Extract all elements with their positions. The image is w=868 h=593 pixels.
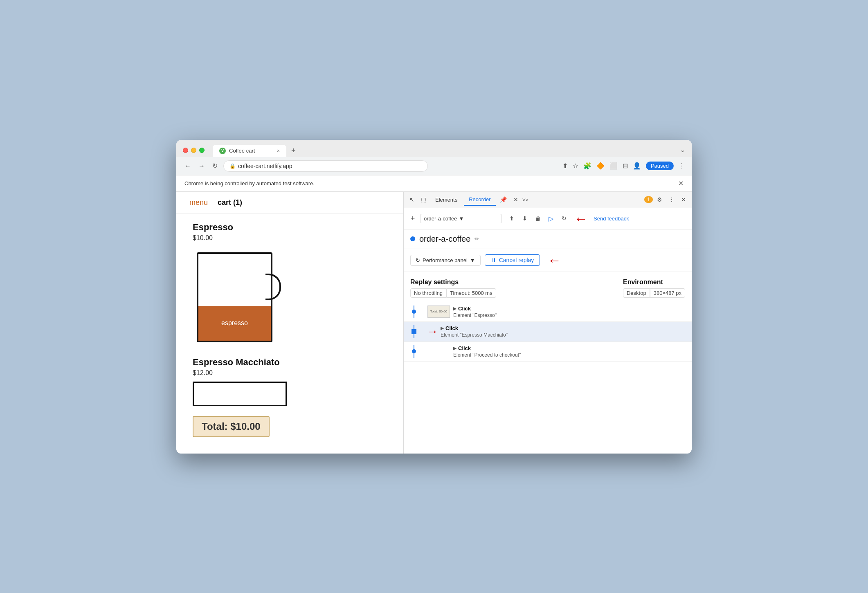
step-arrow-container: → bbox=[424, 325, 441, 338]
close-button[interactable] bbox=[183, 148, 188, 153]
new-tab-button[interactable]: + bbox=[286, 144, 301, 157]
step-action-2: ▶ Click bbox=[441, 325, 688, 331]
product2-name: Espresso Macchiato bbox=[193, 357, 387, 368]
devtools-tabs: ↖ ⬚ Elements Recorder 📌 ✕ >> 1 ⚙ ⋮ ✕ bbox=[404, 192, 692, 208]
tab-elements[interactable]: Elements bbox=[430, 194, 462, 205]
step-timeline-3 bbox=[404, 345, 424, 358]
url-text: coffee-cart.netlify.app bbox=[238, 163, 292, 169]
url-field[interactable]: 🔒 coffee-cart.netlify.app bbox=[223, 160, 428, 172]
product2-price: $12.00 bbox=[193, 369, 387, 377]
annotation-arrow-1: ← bbox=[574, 211, 588, 227]
recording-header: order-a-coffee ✏ bbox=[404, 229, 692, 249]
profile-icon[interactable]: 🔶 bbox=[596, 162, 605, 170]
split-icon[interactable]: ⊟ bbox=[623, 162, 628, 170]
step-element-2: Element "Espresso Macchiato" bbox=[441, 332, 688, 338]
edit-title-btn[interactable]: ✏ bbox=[474, 236, 479, 242]
product1-name: Espresso bbox=[193, 222, 387, 233]
title-bar: V Coffee cart × + ⌄ bbox=[176, 140, 692, 157]
send-feedback-link[interactable]: Send feedback bbox=[594, 216, 629, 222]
delete-btn[interactable]: 🗑 bbox=[532, 213, 544, 224]
cancel-replay-label: Cancel replay bbox=[499, 257, 534, 263]
automation-text: Chrome is being controlled by automated … bbox=[184, 180, 315, 186]
environment-title: Environment bbox=[623, 279, 685, 286]
tab-close-button[interactable]: × bbox=[277, 148, 280, 154]
recording-selector[interactable]: order-a-coffee ▼ bbox=[420, 214, 502, 223]
step-item-highlighted: → ▶ Click Element "Espresso Macchiato" bbox=[404, 322, 692, 342]
recorder-action-icons: ⬆ ⬇ 🗑 ▷ ↻ bbox=[506, 213, 570, 224]
replay-settings-section: Replay settings No throttling Timeout: 5… bbox=[410, 279, 496, 298]
step-thumbnail-1: Total: $0.00 bbox=[427, 305, 450, 318]
annotation-arrow-2: ← bbox=[547, 252, 561, 268]
browser-window: V Coffee cart × + ⌄ ← → ↻ 🔒 coffee-cart.… bbox=[176, 140, 692, 454]
paused-badge: Paused bbox=[646, 162, 674, 170]
more-options-icon[interactable]: ⋮ bbox=[666, 195, 677, 204]
coffee-cup: espresso bbox=[193, 248, 287, 350]
step-item: Total: $0.00 ▶ Click Element "Espresso" bbox=[404, 302, 692, 322]
maximize-button[interactable] bbox=[199, 148, 205, 153]
step-action-3: ▶ Click bbox=[453, 345, 688, 351]
more-tabs-btn[interactable]: >> bbox=[522, 197, 528, 203]
website-panel: menu cart (1) Espresso $10.00 espresso bbox=[176, 192, 403, 454]
menu-link[interactable]: menu bbox=[189, 198, 208, 207]
share-icon[interactable]: ⬆ bbox=[562, 162, 568, 170]
settings-values: No throttling Timeout: 5000 ms bbox=[410, 288, 496, 298]
forward-button[interactable]: → bbox=[197, 162, 207, 171]
site-body: Espresso $10.00 espresso Espresso Macchi bbox=[176, 214, 403, 445]
cancel-replay-btn[interactable]: ⏸ Cancel replay bbox=[485, 254, 540, 266]
site-nav: menu cart (1) bbox=[176, 192, 403, 214]
step-action-1: ▶ Click bbox=[453, 305, 688, 312]
tab-title: Coffee cart bbox=[229, 148, 274, 154]
cast-icon[interactable]: ⬜ bbox=[609, 162, 618, 170]
cup-label: espresso bbox=[221, 319, 248, 327]
perf-panel-label: Performance panel bbox=[423, 257, 468, 263]
extensions-icon[interactable]: 🧩 bbox=[583, 162, 591, 170]
selector-chevron: ▼ bbox=[459, 216, 464, 222]
tab-favicon: V bbox=[219, 148, 226, 154]
traffic-lights bbox=[183, 148, 205, 153]
step-content-1: ▶ Click Element "Espresso" bbox=[453, 305, 692, 318]
cancel-replay-row: ↻ Performance panel ▼ ⏸ Cancel replay ← bbox=[404, 249, 692, 272]
add-recording-btn[interactable]: + bbox=[408, 213, 418, 223]
security-icon: 🔒 bbox=[229, 163, 236, 169]
pin-icon: 📌 bbox=[497, 195, 509, 204]
banner-close[interactable]: ✕ bbox=[678, 180, 684, 187]
address-bar: ← → ↻ 🔒 coffee-cart.netlify.app ⬆ ☆ 🧩 🔶 … bbox=[176, 157, 692, 175]
step-item-3: ▶ Click Element "Proceed to checkout" bbox=[404, 342, 692, 362]
devtools-panel: ↖ ⬚ Elements Recorder 📌 ✕ >> 1 ⚙ ⋮ ✕ + o… bbox=[403, 192, 692, 454]
user-avatar[interactable]: 👤 bbox=[633, 162, 641, 170]
import-btn[interactable]: ⬇ bbox=[519, 213, 531, 224]
step-timeline-2 bbox=[404, 325, 424, 338]
bookmark-icon[interactable]: ☆ bbox=[573, 162, 578, 170]
export-btn[interactable]: ⬆ bbox=[506, 213, 517, 224]
tab-recorder[interactable]: Recorder bbox=[464, 194, 495, 206]
step-timeline-1 bbox=[404, 305, 424, 318]
close-devtools-btn[interactable]: ✕ bbox=[679, 195, 688, 204]
tabs-bar: V Coffee cart × + ⌄ bbox=[213, 144, 685, 157]
tab-menu-button[interactable]: ⌄ bbox=[680, 146, 685, 157]
perf-icon: ↻ bbox=[416, 257, 420, 263]
menu-dots[interactable]: ⋮ bbox=[679, 162, 685, 170]
performance-panel-btn[interactable]: ↻ Performance panel ▼ bbox=[410, 255, 481, 266]
step-content-3: ▶ Click Element "Proceed to checkout" bbox=[453, 345, 692, 358]
recorder-toolbar: + order-a-coffee ▼ ⬆ ⬇ 🗑 ▷ ↻ ← Send feed… bbox=[404, 208, 692, 229]
cart-link[interactable]: cart (1) bbox=[218, 198, 242, 207]
select-tool-btn[interactable]: ↖ bbox=[407, 195, 417, 204]
inspect-btn[interactable]: ⬚ bbox=[418, 195, 429, 204]
minimize-button[interactable] bbox=[191, 148, 196, 153]
back-button[interactable]: ← bbox=[183, 162, 193, 171]
annotation-arrow-3: → bbox=[427, 325, 438, 338]
browser-tab[interactable]: V Coffee cart × bbox=[213, 145, 286, 157]
timeout-value: Timeout: 5000 ms bbox=[446, 288, 496, 298]
settings-icon[interactable]: ⚙ bbox=[654, 195, 665, 204]
close-recorder-btn[interactable]: ✕ bbox=[511, 195, 521, 204]
play-btn[interactable]: ▷ bbox=[545, 213, 557, 224]
resolution-value: 380×487 px bbox=[650, 288, 685, 298]
reload-button[interactable]: ↻ bbox=[211, 161, 219, 171]
step-dot-1 bbox=[412, 310, 416, 314]
step-content-2: ▶ Click Element "Espresso Macchiato" bbox=[441, 325, 692, 338]
steps-list: Total: $0.00 ▶ Click Element "Espresso" bbox=[404, 302, 692, 454]
recording-name-display: order-a-coffee bbox=[424, 216, 457, 222]
loop-btn[interactable]: ↻ bbox=[558, 213, 570, 224]
perf-dropdown-arrow: ▼ bbox=[470, 257, 475, 263]
recording-title: order-a-coffee bbox=[419, 234, 470, 244]
